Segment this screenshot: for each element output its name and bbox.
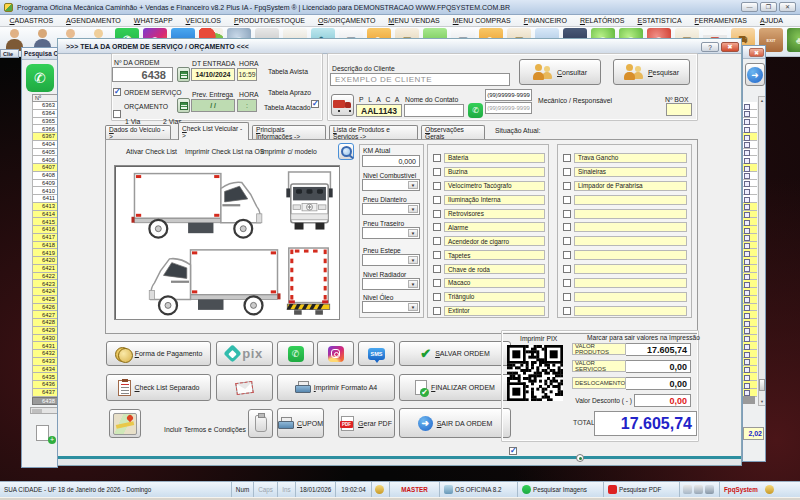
order-list-item[interactable]: 6414 (32, 211, 58, 219)
checklist2-checkbox[interactable] (563, 168, 571, 176)
status-printer-icons[interactable] (680, 482, 720, 497)
prev-entrega-field[interactable]: / / (191, 99, 235, 112)
imprimir-a4-button[interactable]: Imprimir Formato A4 (277, 374, 395, 401)
checklist1-checkbox[interactable] (433, 279, 441, 287)
order-window-close-button[interactable]: ✖ (721, 42, 739, 52)
order-list-item[interactable]: 6422 (32, 273, 58, 281)
level-combobox-1[interactable]: ▼ (362, 203, 420, 215)
order-list-item[interactable]: 6411 (32, 195, 58, 203)
checklist1-item[interactable]: Extintor (444, 306, 545, 316)
checklist2-checkbox[interactable] (563, 154, 571, 162)
order-list-item[interactable]: 6418 (32, 242, 58, 250)
checklist2-item[interactable] (574, 264, 687, 274)
level-combobox-0[interactable]: ▼ (362, 179, 420, 191)
order-window-titlebar[interactable]: >>> TELA DA ORDEM DE SERVIÇO / ORÇAMENTO… (58, 39, 741, 54)
checklist1-checkbox[interactable] (433, 196, 441, 204)
order-list-item[interactable]: 6406 (32, 156, 58, 164)
checklist1-item[interactable]: Bateria (444, 153, 545, 163)
tab-principais-informacoes[interactable]: Principais Informações -> (252, 125, 326, 140)
level-combobox-5[interactable]: ▼ (362, 301, 420, 313)
checklist1-item[interactable]: Tapetes (444, 250, 545, 260)
ordem-servico-checkbox[interactable] (113, 88, 121, 96)
cupom-button[interactable]: CUPOM (277, 408, 324, 438)
sms-button[interactable]: SMS (358, 341, 395, 366)
restore-button[interactable]: ❐ (760, 2, 777, 12)
order-list-item[interactable]: 6405 (32, 149, 58, 157)
checklist2-checkbox[interactable] (563, 237, 571, 245)
sair-ordem-button[interactable]: ➜SAIR DA ORDEM (399, 408, 511, 438)
menu-item-whatsapp[interactable]: WHATSAPP (127, 17, 179, 24)
new-order-button[interactable]: + (32, 423, 58, 445)
order-list-item[interactable]: 6366 (32, 125, 58, 133)
desconto-field[interactable]: 0,00 (634, 394, 691, 407)
orders-list-selected-row[interactable]: 6438 (32, 397, 58, 405)
checklist2-checkbox[interactable] (563, 210, 571, 218)
checklist-separado-button[interactable]: Check List Separado (106, 374, 211, 401)
order-window-help-button[interactable]: ? (701, 42, 719, 52)
zoom-model-button[interactable] (338, 143, 354, 160)
level-combobox-3[interactable]: ▼ (362, 254, 420, 266)
order-list-item[interactable]: 6426 (32, 304, 58, 312)
orders-list-hscrollbar[interactable] (30, 407, 58, 414)
sliver-scrollbar[interactable]: ▲▼ (758, 96, 766, 406)
menu-item-financeiro[interactable]: FINANCEIRO (517, 17, 573, 24)
tab-observacoes-gerais[interactable]: Observações Gerais (421, 125, 485, 140)
checklist2-checkbox[interactable] (563, 251, 571, 259)
search-window-title[interactable]: Pesquisa C (22, 48, 57, 60)
whatsapp-phone-icon[interactable]: ✆ (468, 103, 483, 118)
level-combobox-4[interactable]: ▼ (362, 278, 420, 290)
order-list-item[interactable]: 6408 (32, 172, 58, 180)
checklist2-checkbox[interactable] (563, 182, 571, 190)
order-list-item[interactable]: 6431 (32, 342, 58, 350)
pix-button[interactable]: pix (216, 341, 273, 366)
box-field[interactable] (666, 103, 692, 116)
order-list-item[interactable]: 6415 (32, 218, 58, 226)
order-list-item[interactable]: 6434 (32, 366, 58, 374)
menu-item-agendamento[interactable]: AGENDAMENTO (60, 17, 128, 24)
order-list-item[interactable]: 6413 (32, 203, 58, 211)
checklist1-checkbox[interactable] (433, 265, 441, 273)
menu-item-ferramentas[interactable]: FERRAMENTAS (688, 17, 753, 24)
order-list-item[interactable]: 6364 (32, 110, 58, 118)
gerar-pdf-button[interactable]: Gerar PDF (338, 408, 395, 438)
checklist2-item[interactable] (574, 209, 687, 219)
pesquisar-button[interactable]: Pesquisar (613, 59, 690, 85)
checklist2-item[interactable] (574, 250, 687, 260)
order-list-item[interactable]: 6429 (32, 327, 58, 335)
menu-item-menu-vendas[interactable]: MENU VENDAS (382, 17, 446, 24)
checklist2-item[interactable] (574, 278, 687, 288)
order-list-item[interactable]: 6433 (32, 358, 58, 366)
whatsapp-big-icon[interactable]: ✆ (26, 64, 54, 92)
order-list-item[interactable]: 6419 (32, 249, 58, 257)
close-button[interactable]: ✕ (779, 2, 796, 12)
order-list-item[interactable]: 6424 (32, 288, 58, 296)
checklist2-checkbox[interactable] (563, 196, 571, 204)
order-list-item[interactable]: 6423 (32, 280, 58, 288)
order-list-item[interactable]: 6427 (32, 311, 58, 319)
checklist2-item[interactable]: Limpador de Parabrisa (574, 181, 687, 191)
checklist2-item[interactable] (574, 292, 687, 302)
order-list-item[interactable]: 6435 (32, 373, 58, 381)
whatsapp-button[interactable]: ✆ (277, 341, 314, 366)
tab-checklist-veicular[interactable]: Check List Veicular -> (178, 122, 249, 140)
checklist1-checkbox[interactable] (433, 182, 441, 190)
order-number-field[interactable]: 6438 (112, 67, 173, 82)
checklist1-item[interactable]: Chave de roda (444, 264, 545, 274)
order-list-item[interactable]: 6432 (32, 350, 58, 358)
tabela-avista-checkbox[interactable] (311, 100, 319, 108)
order-list-item[interactable]: 6430 (32, 335, 58, 343)
jug-button[interactable] (248, 409, 273, 438)
cliente-field[interactable]: EXEMPLO DE CLIENTE (330, 73, 510, 86)
status-search-images[interactable]: Pesquisar Imagens (518, 482, 604, 497)
order-list-item[interactable]: 6409 (32, 180, 58, 188)
phone1-field[interactable]: (99)99999-9999 (485, 89, 532, 101)
dt-entrada-field[interactable]: 14/10/2024 (191, 68, 235, 81)
phone2-field[interactable]: (99)99999-9999 (485, 102, 532, 114)
order-list-item[interactable]: 6367 (32, 133, 58, 141)
checklist1-item[interactable]: Velocímetro Tacógrafo (444, 181, 545, 191)
checklist1-checkbox[interactable] (433, 168, 441, 176)
checklist1-item[interactable]: Iluminação Interna (444, 195, 545, 205)
menu-item-veiculos[interactable]: VEICULOS (179, 17, 227, 24)
order-list-item[interactable]: 6417 (32, 234, 58, 242)
imprimir-pix-checkbox[interactable] (509, 447, 517, 455)
